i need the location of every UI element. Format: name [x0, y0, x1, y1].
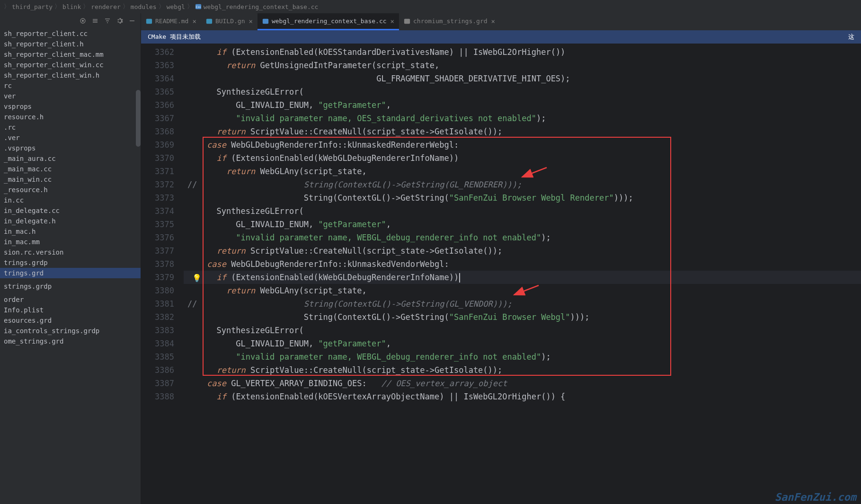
code-line[interactable]: return GetUnsignedIntParameter(script_st…: [184, 59, 861, 72]
code-line[interactable]: "invalid parameter name, WEBGL_debug_ren…: [184, 231, 861, 244]
line-number: 3373: [141, 191, 174, 204]
project-sidebar: sh_reporter_client.ccsh_reporter_client.…: [0, 13, 141, 504]
tree-item[interactable]: .vsprops: [0, 143, 141, 153]
tree-item[interactable]: .ver: [0, 133, 141, 143]
tree-item[interactable]: sh_reporter_client.cc: [0, 28, 141, 39]
tree-item[interactable]: order: [0, 294, 141, 305]
intention-bulb-icon[interactable]: 💡: [192, 272, 202, 285]
breadcrumb-item[interactable]: modules: [131, 3, 157, 10]
breadcrumb-item[interactable]: C++ webgl_rendering_context_base.cc: [195, 3, 319, 10]
gear-icon[interactable]: [116, 17, 124, 25]
tree-item[interactable]: sh_reporter_client_win.h: [0, 70, 141, 80]
code-area[interactable]: 3362336333643365336633673368336933703371…: [141, 44, 861, 504]
file-tree[interactable]: sh_reporter_client.ccsh_reporter_client.…: [0, 28, 141, 504]
editor-tab[interactable]: webgl_rendering_context_base.cc×: [257, 13, 399, 30]
tree-item[interactable]: resource.h: [0, 112, 141, 122]
tree-item[interactable]: sh_reporter_client_mac.mm: [0, 49, 141, 60]
tree-item[interactable]: in.cc: [0, 195, 141, 205]
editor-area: README.md×BUILD.gn×webgl_rendering_conte…: [141, 13, 861, 504]
minimize-icon[interactable]: [128, 17, 136, 25]
tree-item[interactable]: strings.grdp: [0, 281, 141, 292]
code-line[interactable]: return ScriptValue::CreateNull(script_st…: [184, 363, 861, 377]
code-line[interactable]: SynthesizeGLError(: [184, 324, 861, 337]
breadcrumb-item[interactable]: renderer: [91, 3, 121, 10]
code-line[interactable]: // String(ContextGL()->GetString(GL_REND…: [184, 178, 861, 191]
tree-item[interactable]: ia_controls_strings.grdp: [0, 326, 141, 336]
code-line[interactable]: SynthesizeGLError(: [184, 204, 861, 218]
tree-item[interactable]: esources.grd: [0, 315, 141, 326]
breadcrumb-item[interactable]: blink: [62, 3, 81, 10]
tab-label: BUILD.gn: [215, 18, 245, 25]
expand-icon[interactable]: [91, 17, 99, 25]
line-number: 3380: [141, 284, 174, 297]
code-line[interactable]: "invalid parameter name, WEBGL_debug_ren…: [184, 350, 861, 363]
code-content[interactable]: if (ExtensionEnabled(kOESStandardDerivat…: [184, 44, 861, 504]
line-number: 3368: [141, 125, 174, 138]
tree-item[interactable]: sh_reporter_client_win.cc: [0, 60, 141, 70]
close-icon[interactable]: ×: [491, 18, 495, 25]
code-line[interactable]: return ScriptValue::CreateNull(script_st…: [184, 125, 861, 138]
tree-item[interactable]: in_delegate.h: [0, 216, 141, 226]
tab-label: webgl_rendering_context_base.cc: [272, 18, 387, 25]
line-number: 3388: [141, 390, 174, 403]
svg-text:C++: C++: [195, 5, 201, 9]
notice-right: 这: [848, 33, 854, 41]
tree-item[interactable]: vsprops: [0, 101, 141, 112]
tree-item[interactable]: _resource.h: [0, 185, 141, 195]
code-line[interactable]: if (ExtensionEnabled(kOESVertexArrayObje…: [184, 390, 861, 403]
tree-item[interactable]: trings.grdp: [0, 257, 141, 268]
locate-icon[interactable]: [79, 17, 87, 25]
code-line[interactable]: if (ExtensionEnabled(kOESStandardDerivat…: [184, 45, 861, 59]
close-icon[interactable]: ×: [391, 18, 394, 25]
svg-rect-6: [263, 18, 268, 24]
cmake-notice[interactable]: CMake 项目未加载 这: [141, 30, 861, 44]
code-line[interactable]: GL_FRAGMENT_SHADER_DERIVATIVE_HINT_OES);: [184, 72, 861, 85]
notice-text: CMake 项目未加载: [148, 33, 201, 41]
code-line[interactable]: if (ExtensionEnabled(kWebGLDebugRenderer…: [184, 151, 861, 165]
tree-item[interactable]: Info.plist: [0, 305, 141, 315]
code-line[interactable]: return ScriptValue::CreateNull(script_st…: [184, 244, 861, 257]
code-line[interactable]: GL_INVALID_ENUM, "getParameter",: [184, 98, 861, 112]
code-line[interactable]: if (ExtensionEnabled(kWebGLDebugRenderer…: [184, 271, 861, 284]
code-line[interactable]: GL_INVALID_ENUM, "getParameter",: [184, 337, 861, 350]
editor-tab[interactable]: README.md×: [141, 13, 201, 30]
close-icon[interactable]: ×: [192, 18, 196, 25]
editor-tab[interactable]: BUILD.gn×: [201, 13, 257, 30]
tree-item[interactable]: rc: [0, 80, 141, 91]
scrollbar[interactable]: [136, 90, 141, 147]
code-line[interactable]: return WebGLAny(script_state,: [184, 165, 861, 178]
code-line[interactable]: case WebGLDebugRendererInfo::kUnmaskedVe…: [184, 257, 861, 271]
tree-item[interactable]: ome_strings.grd: [0, 336, 141, 346]
tree-item[interactable]: .rc: [0, 122, 141, 133]
tree-item[interactable]: sh_reporter_client.h: [0, 39, 141, 49]
svg-point-3: [82, 20, 84, 22]
breadcrumb: 〉third_party〉blink〉renderer〉modules〉webg…: [0, 0, 861, 13]
svg-rect-7: [404, 18, 410, 24]
tree-item[interactable]: in_mac.h: [0, 226, 141, 237]
collapse-icon[interactable]: [104, 17, 111, 25]
code-line[interactable]: SynthesizeGLError(: [184, 85, 861, 98]
line-number: 3384: [141, 337, 174, 350]
code-line[interactable]: String(ContextGL()->GetString("SanFenZui…: [184, 191, 861, 204]
tree-item[interactable]: in_delegate.cc: [0, 205, 141, 216]
code-line[interactable]: return WebGLAny(script_state,: [184, 284, 861, 297]
tree-item[interactable]: ver: [0, 91, 141, 101]
code-line[interactable]: GL_INVALID_ENUM, "getParameter",: [184, 218, 861, 231]
svg-rect-4: [146, 18, 152, 24]
tree-item[interactable]: _main_win.cc: [0, 174, 141, 185]
editor-tab[interactable]: chromium_strings.grd×: [399, 13, 500, 30]
tree-item[interactable]: _main_aura.cc: [0, 153, 141, 164]
code-line[interactable]: String(ContextGL()->GetString("SanFenZui…: [184, 310, 861, 324]
line-number: 3379: [141, 271, 174, 284]
breadcrumb-item[interactable]: webgl: [167, 3, 185, 10]
code-line[interactable]: "invalid parameter name, OES_standard_de…: [184, 112, 861, 125]
code-line[interactable]: // String(ContextGL()->GetString(GL_VEND…: [184, 297, 861, 310]
tree-item[interactable]: sion.rc.version: [0, 247, 141, 257]
code-line[interactable]: case WebGLDebugRendererInfo::kUnmaskedRe…: [184, 138, 861, 151]
code-line[interactable]: case GL_VERTEX_ARRAY_BINDING_OES: // OES…: [184, 377, 861, 390]
close-icon[interactable]: ×: [249, 18, 253, 25]
tree-item[interactable]: in_mac.mm: [0, 237, 141, 247]
tree-item[interactable]: trings.grd: [0, 268, 141, 278]
breadcrumb-item[interactable]: third_party: [12, 3, 53, 10]
tree-item[interactable]: _main_mac.cc: [0, 164, 141, 174]
